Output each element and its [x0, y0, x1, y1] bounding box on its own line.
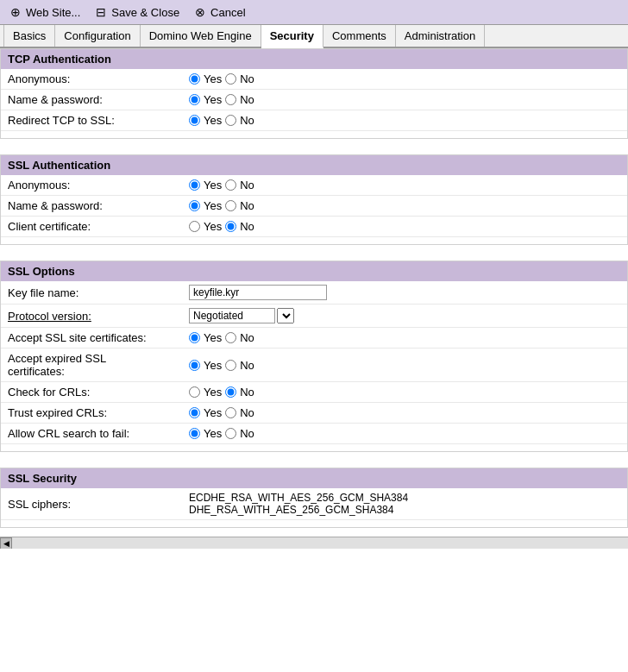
- name-password-no-label[interactable]: No: [240, 93, 254, 106]
- ssl-name-password-yes-radio[interactable]: [189, 200, 200, 211]
- check-crls-yes-label[interactable]: Yes: [204, 386, 222, 399]
- ssl-name-password-yes-label[interactable]: Yes: [204, 199, 222, 212]
- tab-security[interactable]: Security: [261, 25, 323, 48]
- save-close-label: Save & Close: [111, 6, 179, 19]
- ssl-options-table: Key file name: Protocol version: Negotia…: [1, 281, 627, 444]
- allow-crl-fail-no-radio[interactable]: [225, 428, 236, 439]
- trust-expired-crls-no-radio[interactable]: [225, 407, 236, 418]
- client-cert-label: Client certificate:: [1, 217, 182, 237]
- allow-crl-fail-no-label[interactable]: No: [240, 427, 254, 440]
- ssl-security-table: SSL ciphers: ECDHE_RSA_WITH_AES_256_GCM_…: [1, 488, 627, 520]
- accept-ssl-site-certs-no-label[interactable]: No: [240, 331, 254, 344]
- name-password-yes-radio[interactable]: [189, 94, 200, 105]
- name-password-radio-group: Yes No: [182, 90, 627, 110]
- website-icon: ⊕: [9, 5, 22, 19]
- tcp-auth-table: Anonymous: Yes No Name & password: Yes: [1, 69, 627, 131]
- accept-expired-certs-no-label[interactable]: No: [240, 359, 254, 372]
- protocol-version-input[interactable]: [189, 308, 275, 323]
- trust-expired-crls-yes-radio[interactable]: [189, 407, 200, 418]
- check-crls-no-label[interactable]: No: [240, 386, 254, 399]
- accept-expired-certs-yes-label[interactable]: Yes: [204, 359, 222, 372]
- client-cert-radio-group: Yes No: [182, 217, 627, 237]
- protocol-version-link[interactable]: Protocol version:: [8, 310, 91, 323]
- table-row: Name & password: Yes No: [1, 196, 627, 217]
- protocol-version-cell: Negotiated SSL 3.0 TLS 1.0 TLS 1.2: [182, 305, 627, 328]
- allow-crl-fail-yes-label[interactable]: Yes: [204, 427, 222, 440]
- check-crls-radio-group: Yes No: [182, 382, 627, 403]
- trust-expired-crls-no-label[interactable]: No: [240, 406, 254, 419]
- table-row: SSL ciphers: ECDHE_RSA_WITH_AES_256_GCM_…: [1, 488, 627, 520]
- table-row: Trust expired CRLs: Yes No: [1, 403, 627, 424]
- key-file-label: Key file name:: [1, 281, 182, 305]
- tab-basics[interactable]: Basics: [3, 25, 55, 47]
- tcp-auth-section: TCP Authentication Anonymous: Yes No Nam…: [0, 48, 628, 139]
- redirect-tcp-no-label[interactable]: No: [240, 114, 254, 127]
- save-icon: ⊟: [94, 5, 108, 19]
- redirect-tcp-yes-radio[interactable]: [189, 115, 200, 126]
- check-crls-no-radio[interactable]: [225, 386, 236, 398]
- save-close-button[interactable]: ⊟ Save & Close: [94, 5, 179, 19]
- ssl-name-password-no-label[interactable]: No: [240, 199, 254, 212]
- protocol-version-dropdown[interactable]: Negotiated SSL 3.0 TLS 1.0 TLS 1.2: [277, 308, 294, 323]
- tab-administration[interactable]: Administration: [396, 25, 485, 47]
- cancel-label: Cancel: [210, 6, 245, 19]
- redirect-tcp-no-radio[interactable]: [225, 115, 236, 126]
- client-cert-no-radio[interactable]: [225, 221, 236, 232]
- table-row: Accept SSL site certificates: Yes No: [1, 328, 627, 349]
- table-row: Anonymous: Yes No: [1, 69, 627, 90]
- redirect-tcp-yes-label[interactable]: Yes: [204, 114, 222, 127]
- table-row: Client certificate: Yes No: [1, 217, 627, 237]
- accept-ssl-site-certs-yes-label[interactable]: Yes: [204, 331, 222, 344]
- accept-ssl-site-certs-no-radio[interactable]: [225, 332, 236, 343]
- protocol-version-label: Protocol version:: [1, 305, 182, 328]
- anonymous-no-radio[interactable]: [225, 73, 236, 85]
- client-cert-yes-radio[interactable]: [189, 221, 200, 232]
- allow-crl-fail-label: Allow CRL search to fail:: [1, 424, 182, 444]
- accept-expired-certs-radio-group: Yes No: [182, 349, 627, 382]
- ssl-anonymous-no-radio[interactable]: [225, 179, 236, 191]
- tcp-auth-header: TCP Authentication: [1, 49, 627, 69]
- ssl-name-password-no-radio[interactable]: [225, 200, 236, 211]
- table-row: Accept expired SSLcertificates: Yes No: [1, 349, 627, 382]
- separator-3: [0, 461, 628, 468]
- anonymous-yes-label[interactable]: Yes: [204, 72, 222, 85]
- table-row: Check for CRLs: Yes No: [1, 382, 627, 403]
- tab-bar: Basics Configuration Domino Web Engine S…: [0, 25, 628, 48]
- website-label: Web Site...: [26, 6, 80, 19]
- ssl-anonymous-yes-label[interactable]: Yes: [204, 179, 222, 192]
- toolbar: ⊕ Web Site... ⊟ Save & Close ⊗ Cancel: [0, 0, 628, 25]
- trust-expired-crls-radio-group: Yes No: [182, 403, 627, 424]
- ssl-anonymous-label: Anonymous:: [1, 175, 182, 196]
- name-password-yes-label[interactable]: Yes: [204, 93, 222, 106]
- ssl-ciphers-text: ECDHE_RSA_WITH_AES_256_GCM_SHA384 DHE_RS…: [189, 492, 620, 516]
- table-row: Name & password: Yes No: [1, 90, 627, 110]
- name-password-no-radio[interactable]: [225, 94, 236, 105]
- allow-crl-fail-yes-radio[interactable]: [189, 428, 200, 439]
- scroll-left-button[interactable]: ◀: [0, 537, 12, 550]
- check-crls-yes-radio[interactable]: [189, 386, 200, 398]
- client-cert-no-label[interactable]: No: [240, 220, 254, 233]
- accept-expired-certs-yes-radio[interactable]: [189, 360, 200, 371]
- ssl-security-section: SSL Security SSL ciphers: ECDHE_RSA_WITH…: [0, 468, 628, 528]
- key-file-input[interactable]: [189, 285, 327, 300]
- cancel-button[interactable]: ⊗ Cancel: [193, 5, 245, 19]
- anonymous-no-label[interactable]: No: [240, 72, 254, 85]
- accept-expired-certs-no-radio[interactable]: [225, 360, 236, 371]
- trust-expired-crls-yes-label[interactable]: Yes: [204, 406, 222, 419]
- anonymous-yes-radio[interactable]: [189, 73, 200, 85]
- tab-domino-web-engine[interactable]: Domino Web Engine: [141, 25, 261, 47]
- tab-configuration[interactable]: Configuration: [55, 25, 140, 47]
- name-password-label: Name & password:: [1, 90, 182, 110]
- ssl-ciphers-value: ECDHE_RSA_WITH_AES_256_GCM_SHA384 DHE_RS…: [182, 488, 627, 520]
- ssl-options-section: SSL Options Key file name: Protocol vers…: [0, 261, 628, 452]
- ssl-anonymous-no-label[interactable]: No: [240, 179, 254, 192]
- tab-comments[interactable]: Comments: [323, 25, 396, 47]
- ssl-anonymous-yes-radio[interactable]: [189, 179, 200, 191]
- ssl-ciphers-label: SSL ciphers:: [1, 488, 182, 520]
- content-area: TCP Authentication Anonymous: Yes No Nam…: [0, 48, 628, 528]
- client-cert-yes-label[interactable]: Yes: [204, 220, 222, 233]
- accept-ssl-site-certs-yes-radio[interactable]: [189, 332, 200, 343]
- table-row: Protocol version: Negotiated SSL 3.0 TLS…: [1, 305, 627, 328]
- website-button[interactable]: ⊕ Web Site...: [9, 5, 80, 19]
- ssl-name-password-label: Name & password:: [1, 196, 182, 217]
